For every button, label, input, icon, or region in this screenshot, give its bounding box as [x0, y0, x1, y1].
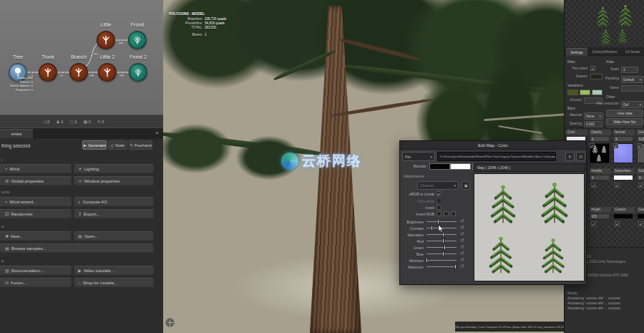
recolor-swatch-light[interactable] — [450, 163, 471, 170]
two-sided-checkbox[interactable]: ✓ — [590, 66, 595, 71]
wind-button[interactable]: ≈Wind — [0, 164, 72, 173]
map-metallic-value[interactable]: 0 — [590, 175, 610, 180]
map-custom2-checkbox[interactable]: ✓ — [638, 221, 643, 226]
make-new-set-button[interactable]: Make New Set — [606, 118, 643, 125]
invert-g-checkbox[interactable] — [444, 211, 449, 216]
map-normal-value[interactable]: 1 — [613, 136, 633, 142]
blue-slider[interactable] — [426, 251, 457, 256]
external-open-button[interactable]: ⊡ — [576, 152, 585, 161]
normalize-checkbox[interactable] — [436, 198, 441, 203]
maximum-slider[interactable] — [426, 264, 457, 269]
map-preview[interactable] — [474, 173, 585, 281]
reset-icon[interactable]: ↺ — [460, 244, 464, 250]
global-properties-button[interactable]: ⚙Global properties — [0, 176, 72, 185]
brightness-slider[interactable] — [426, 219, 457, 224]
invert-b-checkbox[interactable] — [451, 211, 456, 216]
variation-swatch[interactable] — [592, 90, 602, 95]
force-toggle[interactable]: ♟ 0 — [56, 119, 63, 124]
saturation-slider[interactable] — [426, 232, 457, 237]
mode-freehand-button[interactable]: ✎Freehand — [129, 140, 152, 150]
variation-swatch[interactable] — [580, 90, 590, 95]
node-graph-panel[interactable]: 1 41 412 286 496 298 Tree Trunk Branch L… — [0, 0, 163, 115]
map-custom1-swatch[interactable] — [613, 213, 633, 219]
refresh-button[interactable]: ↻ — [565, 152, 575, 161]
compute-ao-button[interactable]: ◐Compute AO — [74, 197, 154, 206]
compass-icon[interactable] — [165, 318, 175, 327]
map-gloss-value[interactable]: 0.25 — [637, 136, 644, 142]
reset-icon[interactable]: ↺ — [460, 225, 464, 231]
red-slider[interactable] — [426, 238, 457, 243]
forum-button[interactable]: ✉Forum... — [0, 278, 72, 287]
log-line: Autosaving '~course.sbk' ... success. — [567, 296, 621, 300]
map-normal-checkbox[interactable]: ✓ — [613, 143, 618, 148]
map-gloss-checkbox[interactable]: ✓ — [637, 143, 642, 148]
edge-count: 41 — [60, 74, 63, 77]
reset-icon[interactable]: ↺ — [460, 257, 464, 263]
invert-checkbox[interactable] — [436, 205, 441, 210]
tab-settings[interactable]: Settings — [566, 48, 587, 56]
reset-icon[interactable]: ↺ — [460, 238, 464, 243]
graph-node-frond-2[interactable] — [129, 63, 147, 82]
draw-toggle[interactable]: ✎ 0 — [97, 119, 104, 124]
open-button[interactable]: ▤Open... — [74, 231, 154, 241]
recolor-swatch-dark[interactable] — [429, 163, 450, 170]
export-button[interactable]: ↥Export... — [74, 209, 154, 218]
close-icon[interactable]: × — [155, 130, 159, 137]
name-field[interactable] — [621, 85, 643, 92]
map-subsurface-swatch[interactable] — [613, 175, 633, 180]
sound-toggle[interactable]: ◁ 0 — [43, 119, 49, 124]
graph-node-trunk[interactable] — [39, 63, 57, 82]
map-opacity-checkbox[interactable]: ✓ — [590, 143, 595, 148]
tab-cutouts-meshes[interactable]: Cutouts/Meshes — [589, 48, 620, 56]
map-subsurface2-value[interactable]: 0 — [637, 175, 644, 180]
graph-node-branch[interactable] — [69, 63, 88, 82]
channel-dropdown[interactable]: Channel▾ — [417, 181, 459, 190]
graph-node-little[interactable] — [97, 31, 115, 49]
documentation-button[interactable]: ▥Documentation... — [0, 266, 72, 275]
material-dropdown[interactable]: None▾ — [584, 112, 603, 120]
tab-uv-areas[interactable]: UV Areas — [622, 48, 643, 56]
file-path-input[interactable]: C:/Users/janni/Downloads/Forest/Pine Tre… — [437, 152, 556, 161]
map-custom1-checkbox[interactable]: ✓ — [615, 221, 620, 226]
minimum-slider[interactable] — [426, 258, 457, 263]
name-label: Name — [603, 86, 619, 90]
reset-icon[interactable]: ↺ — [460, 251, 464, 256]
user-data-button[interactable]: User data — [606, 110, 643, 117]
map-custom2-swatch[interactable] — [637, 213, 644, 219]
srgb-checkbox[interactable]: ✓ — [436, 191, 441, 196]
spacing-field[interactable]: 0.001 — [584, 121, 602, 127]
window-properties-button[interactable]: ▭Window properties — [74, 176, 154, 185]
green-slider[interactable] — [426, 245, 457, 250]
invert-r-checkbox[interactable] — [436, 211, 441, 216]
randomize-button[interactable]: ⚂Randomize — [0, 209, 72, 218]
reset-icon[interactable]: ↺ — [460, 218, 464, 224]
copy-button[interactable]: ▣ — [462, 181, 470, 190]
mode-generator-button[interactable]: ►Generator — [82, 140, 107, 150]
max-resolution-dropdown[interactable]: Def▾ — [621, 101, 643, 108]
lighting-button[interactable]: ☀Lighting — [74, 164, 154, 173]
file-dropdown[interactable]: File▾ — [402, 152, 435, 161]
variation-swatch[interactable] — [567, 90, 578, 95]
shop-button[interactable]: ⌂Shop for models... — [74, 278, 154, 287]
browse-samples-button[interactable]: ▤Browse samples... — [0, 243, 154, 253]
graph-node-frond[interactable] — [128, 31, 147, 49]
reset-icon[interactable]: ↺ — [460, 231, 464, 237]
map-metallic-checkbox[interactable]: ✓ — [591, 183, 596, 188]
camera-toggle[interactable]: ▢ 0 — [69, 119, 77, 124]
wind-wizard-button[interactable]: ≈Wind wizard... — [0, 197, 72, 206]
new-button[interactable]: ✚New... — [0, 231, 72, 241]
map-opacity-value[interactable]: 1 — [590, 136, 610, 142]
map-subsurface-checkbox[interactable]: ✓ — [615, 183, 620, 188]
map-height-value[interactable]: 0.5 — [590, 213, 610, 219]
mesh-toggle[interactable]: ▦ 0 — [83, 119, 90, 124]
tab-properties[interactable]: erties — [0, 129, 33, 138]
atlas-preview[interactable] — [564, 0, 644, 47]
map-subsurface2-checkbox[interactable]: ✓ — [638, 183, 643, 188]
handling-dropdown[interactable]: Default▾ — [621, 76, 643, 83]
mode-node-button[interactable]: ◇Node — [108, 140, 127, 150]
video-tutorials-button[interactable]: ▶Video tutorials... — [74, 266, 154, 275]
scale-field[interactable]: 1 — [621, 67, 638, 73]
reset-icon[interactable]: ↺ — [460, 264, 464, 269]
map-height-checkbox[interactable]: ✓ — [591, 221, 596, 226]
graph-node-little-2[interactable] — [98, 63, 117, 82]
